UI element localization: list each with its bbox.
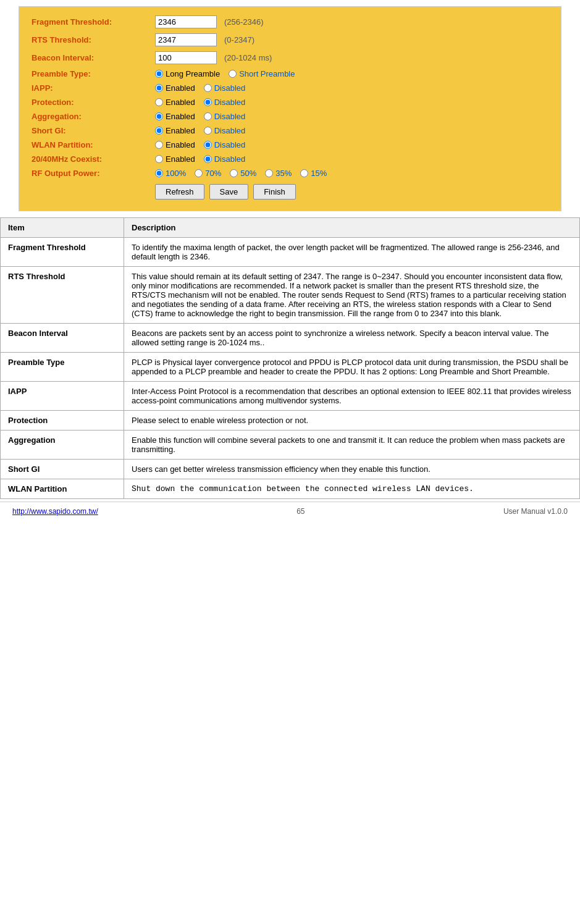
radio-short-gi-0[interactable] bbox=[155, 127, 163, 135]
table-row: Short GIUsers can get better wireless tr… bbox=[1, 460, 580, 479]
settings-row-aggregation: Aggregation:EnabledDisabled bbox=[32, 112, 548, 121]
value-coexist: EnabledDisabled bbox=[155, 154, 245, 164]
radio-protection-1[interactable] bbox=[204, 98, 212, 106]
description-table: Item Description Fragment ThresholdTo id… bbox=[0, 217, 580, 499]
table-cell-description: Please select to enable wireless protect… bbox=[124, 411, 580, 430]
radio-coexist-1[interactable] bbox=[204, 155, 212, 163]
radio-option-coexist-0[interactable]: Enabled bbox=[155, 154, 195, 164]
table-cell-item: RTS Threshold bbox=[1, 267, 124, 324]
settings-row-rts-threshold: RTS Threshold:(0-2347) bbox=[32, 33, 548, 46]
table-cell-item: Beacon Interval bbox=[1, 324, 124, 353]
table-cell-item: Protection bbox=[1, 411, 124, 430]
label-preamble-type: Preamble Type: bbox=[32, 69, 155, 78]
input-fragment-threshold[interactable] bbox=[155, 15, 217, 28]
radio-protection-0[interactable] bbox=[155, 98, 163, 106]
radio-label-iapp-1: Disabled bbox=[214, 83, 246, 93]
radio-wlan-partition-0[interactable] bbox=[155, 141, 163, 149]
radio-short-gi-1[interactable] bbox=[204, 127, 212, 135]
table-cell-description: Enable this function will combine severa… bbox=[124, 430, 580, 460]
label-wlan-partition: WLAN Partition: bbox=[32, 140, 155, 149]
radio-iapp-0[interactable] bbox=[155, 84, 163, 92]
value-preamble-type: Long PreambleShort Preamble bbox=[155, 69, 295, 78]
label-protection: Protection: bbox=[32, 98, 155, 107]
input-rts-threshold[interactable] bbox=[155, 33, 217, 46]
radio-label-preamble-type-0: Long Preamble bbox=[166, 69, 220, 78]
radio-option-aggregation-0[interactable]: Enabled bbox=[155, 112, 195, 121]
settings-row-short-gi: Short GI:EnabledDisabled bbox=[32, 126, 548, 135]
radio-wlan-partition-1[interactable] bbox=[204, 141, 212, 149]
table-cell-item: IAPP bbox=[1, 382, 124, 411]
radio-option-protection-1[interactable]: Disabled bbox=[204, 98, 246, 107]
radio-option-wlan-partition-0[interactable]: Enabled bbox=[155, 140, 195, 149]
radio-option-protection-0[interactable]: Enabled bbox=[155, 98, 195, 107]
label-short-gi: Short GI: bbox=[32, 126, 155, 135]
footer: http://www.sapido.com.tw/ 65 User Manual… bbox=[0, 502, 580, 521]
table-cell-description: Shut down the communication between the … bbox=[124, 479, 580, 499]
radio-option-rf-output-1[interactable]: 70% bbox=[195, 169, 221, 178]
value-beacon-interval: (20-1024 ms) bbox=[155, 51, 272, 64]
radio-option-rf-output-4[interactable]: 15% bbox=[300, 169, 327, 178]
value-short-gi: EnabledDisabled bbox=[155, 126, 245, 135]
footer-version: User Manual v1.0.0 bbox=[503, 507, 568, 516]
radio-label-rf-output-3: 35% bbox=[275, 169, 292, 178]
value-iapp: EnabledDisabled bbox=[155, 83, 245, 93]
save-button[interactable]: Save bbox=[209, 184, 249, 200]
table-row: Preamble TypePLCP is Physical layer conv… bbox=[1, 353, 580, 382]
radio-group-coexist: EnabledDisabled bbox=[155, 154, 245, 164]
settings-row-preamble-type: Preamble Type:Long PreambleShort Preambl… bbox=[32, 69, 548, 78]
radio-group-iapp: EnabledDisabled bbox=[155, 83, 245, 93]
range-rts-threshold: (0-2347) bbox=[224, 35, 254, 44]
settings-panel: Fragment Threshold:(256-2346)RTS Thresho… bbox=[19, 6, 561, 211]
radio-group-aggregation: EnabledDisabled bbox=[155, 112, 245, 121]
table-cell-item: Preamble Type bbox=[1, 353, 124, 382]
radio-group-wlan-partition: EnabledDisabled bbox=[155, 140, 245, 149]
radio-label-iapp-0: Enabled bbox=[166, 83, 195, 93]
radio-option-iapp-1[interactable]: Disabled bbox=[204, 83, 246, 93]
radio-aggregation-0[interactable] bbox=[155, 112, 163, 120]
radio-option-iapp-0[interactable]: Enabled bbox=[155, 83, 195, 93]
col-header-description: Description bbox=[124, 218, 580, 238]
radio-rf-output-3[interactable] bbox=[265, 169, 273, 177]
radio-group-protection: EnabledDisabled bbox=[155, 98, 245, 107]
radio-option-aggregation-1[interactable]: Disabled bbox=[204, 112, 246, 121]
settings-row-wlan-partition: WLAN Partition:EnabledDisabled bbox=[32, 140, 548, 149]
settings-row-protection: Protection:EnabledDisabled bbox=[32, 98, 548, 107]
radio-label-short-gi-1: Disabled bbox=[214, 126, 246, 135]
settings-row-rf-output: RF Output Power:100%70%50%35%15% bbox=[32, 169, 548, 178]
radio-label-aggregation-0: Enabled bbox=[166, 112, 195, 121]
footer-url[interactable]: http://www.sapido.com.tw/ bbox=[12, 507, 98, 516]
radio-coexist-0[interactable] bbox=[155, 155, 163, 163]
table-cell-description: This value should remain at its default … bbox=[124, 267, 580, 324]
radio-label-coexist-1: Disabled bbox=[214, 154, 246, 164]
radio-rf-output-2[interactable] bbox=[230, 169, 238, 177]
radio-option-rf-output-0[interactable]: 100% bbox=[155, 169, 186, 178]
finish-button[interactable]: Finish bbox=[253, 184, 296, 200]
radio-rf-output-1[interactable] bbox=[195, 169, 203, 177]
radio-rf-output-4[interactable] bbox=[300, 169, 308, 177]
table-row: Fragment ThresholdTo identify the maxima… bbox=[1, 238, 580, 267]
radio-option-rf-output-2[interactable]: 50% bbox=[230, 169, 256, 178]
label-rf-output: RF Output Power: bbox=[32, 169, 155, 178]
settings-row-beacon-interval: Beacon Interval:(20-1024 ms) bbox=[32, 51, 548, 64]
table-cell-item: Short GI bbox=[1, 460, 124, 479]
input-beacon-interval[interactable] bbox=[155, 51, 217, 64]
radio-option-preamble-type-1[interactable]: Short Preamble bbox=[229, 69, 295, 78]
radio-rf-output-0[interactable] bbox=[155, 169, 163, 177]
radio-iapp-1[interactable] bbox=[204, 84, 212, 92]
refresh-button[interactable]: Refresh bbox=[155, 184, 204, 200]
radio-option-short-gi-0[interactable]: Enabled bbox=[155, 126, 195, 135]
label-rts-threshold: RTS Threshold: bbox=[32, 35, 155, 44]
value-protection: EnabledDisabled bbox=[155, 98, 245, 107]
radio-option-rf-output-3[interactable]: 35% bbox=[265, 169, 292, 178]
radio-preamble-type-0[interactable] bbox=[155, 70, 163, 78]
radio-option-preamble-type-0[interactable]: Long Preamble bbox=[155, 69, 220, 78]
buttons-row: RefreshSaveFinish bbox=[32, 184, 548, 200]
table-row: Beacon IntervalBeacons are packets sent … bbox=[1, 324, 580, 353]
radio-aggregation-1[interactable] bbox=[204, 112, 212, 120]
radio-label-rf-output-1: 70% bbox=[205, 169, 221, 178]
radio-option-coexist-1[interactable]: Disabled bbox=[204, 154, 246, 164]
table-wrapper: Item Description Fragment ThresholdTo id… bbox=[0, 217, 580, 499]
radio-option-short-gi-1[interactable]: Disabled bbox=[204, 126, 246, 135]
radio-preamble-type-1[interactable] bbox=[229, 70, 237, 78]
radio-option-wlan-partition-1[interactable]: Disabled bbox=[204, 140, 246, 149]
